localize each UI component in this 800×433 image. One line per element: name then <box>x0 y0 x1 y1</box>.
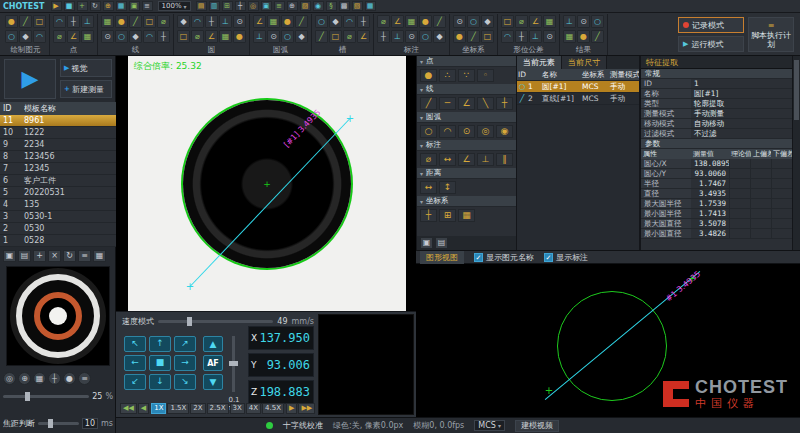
ribbon-tool-icon[interactable]: ○ <box>5 30 18 43</box>
template-list-item[interactable]: 4135 <box>0 199 116 211</box>
ribbon-tool-icon[interactable]: ○ <box>281 30 294 43</box>
ribbon-tool-icon[interactable]: ▦ <box>405 15 418 28</box>
palette-tool-icon[interactable]: ╱ <box>420 97 437 110</box>
ribbon-tool-icon[interactable]: □ <box>329 30 342 43</box>
ribbon-tool-icon[interactable]: ∠ <box>529 15 542 28</box>
tab-current-dimensions[interactable]: 当前尺寸 <box>562 56 607 69</box>
ribbon-tool-icon[interactable]: ╱ <box>295 15 308 28</box>
file-tool-icon[interactable]: × <box>48 250 61 262</box>
new-measure-button[interactable]: + 新建测量 <box>60 80 112 98</box>
jog-button[interactable]: ■ <box>149 355 171 371</box>
ribbon-tool-icon[interactable]: ● <box>453 30 466 43</box>
palette-tool-icon[interactable]: ▦ <box>458 209 475 222</box>
ribbon-tool-icon[interactable]: ◠ <box>53 15 66 28</box>
palette-section-header[interactable]: ▾圆弧 <box>417 112 516 123</box>
menubar-icon[interactable]: ↻ <box>90 1 101 11</box>
jog-button[interactable]: ← <box>124 355 146 371</box>
ribbon-tool-icon[interactable]: ⌀ <box>191 30 204 43</box>
ribbon-tool-icon[interactable]: ● <box>281 15 294 28</box>
property-row[interactable]: 过滤模式不过滤 <box>641 129 792 139</box>
record-mode-button[interactable]: 记录模式 <box>678 17 744 33</box>
menubar-icon[interactable]: ⊕ <box>287 1 298 11</box>
menubar-icon[interactable]: + <box>77 1 88 11</box>
menubar-icon[interactable]: ▥ <box>209 1 220 11</box>
ribbon-tool-icon[interactable]: ◆ <box>129 30 142 43</box>
ribbon-tool-icon[interactable]: ▦ <box>219 30 232 43</box>
ribbon-tool-icon[interactable]: ▦ <box>101 15 114 28</box>
attribute-row[interactable]: 圆心/Y93.0060 <box>641 169 792 179</box>
ribbon-tool-icon[interactable]: ∠ <box>253 15 266 28</box>
ribbon-tool-icon[interactable]: ◆ <box>481 15 494 28</box>
menubar-icon[interactable]: ≡ <box>142 1 153 11</box>
element-row[interactable]: ╱2直线[#1]MCS手动 <box>517 93 639 105</box>
general-section-header[interactable]: 常规 <box>641 69 792 79</box>
ribbon-tool-icon[interactable]: ┼ <box>157 30 170 43</box>
speed-button[interactable]: 2X <box>190 403 205 414</box>
ribbon-tool-icon[interactable]: ◠ <box>343 15 356 28</box>
ribbon-tool-icon[interactable]: ⌀ <box>515 15 528 28</box>
speed-button[interactable]: 2.5X <box>207 403 229 414</box>
ribbon-tool-icon[interactable]: ● <box>233 30 246 43</box>
ribbon-tool-icon[interactable]: ⌀ <box>157 15 170 28</box>
template-list-item[interactable]: 92234 <box>0 139 116 151</box>
camera-thumbnail[interactable] <box>6 266 110 366</box>
slider-thumb[interactable] <box>187 317 192 326</box>
ribbon-tool-icon[interactable]: ◠ <box>191 15 204 28</box>
ribbon-tool-icon[interactable]: ▦ <box>563 30 576 43</box>
menubar-icon[interactable]: ▶ <box>51 1 62 11</box>
zoom-control[interactable]: 100% ▾ <box>158 1 191 11</box>
ribbon-tool-icon[interactable]: ▦ <box>267 15 280 28</box>
modeling-video-button[interactable]: 建模视频 <box>515 420 559 432</box>
element-row[interactable]: ○1圆[#1]MCS手动 <box>517 81 639 93</box>
view-tool-icon[interactable]: ┼ <box>48 372 61 385</box>
speed-button[interactable]: 1X <box>151 403 166 414</box>
camera-viewport[interactable]: + + + [#1] 3.4935 综合倍率: 25.32 <box>116 56 416 311</box>
ribbon-tool-icon[interactable]: ○ <box>467 15 480 28</box>
ribbon-tool-icon[interactable]: ⊥ <box>219 15 232 28</box>
menubar-icon[interactable]: ▨ <box>300 1 311 11</box>
palette-tool-icon[interactable]: ↕ <box>439 181 456 194</box>
tab-current-elements[interactable]: 当前元素 <box>517 56 562 69</box>
ribbon-tool-icon[interactable]: ● <box>577 30 590 43</box>
view-tool-icon[interactable]: ● <box>63 372 76 385</box>
speed-button[interactable]: 3X <box>230 403 245 414</box>
speed-button[interactable]: ▶ <box>286 403 297 414</box>
light-slider[interactable] <box>3 395 89 398</box>
property-row[interactable]: 移动模式自动移动 <box>641 119 792 129</box>
ribbon-tool-icon[interactable]: ⊙ <box>267 30 280 43</box>
speed-button[interactable]: ◀◀ <box>120 403 137 414</box>
attribute-row[interactable]: 最大圆直径3.5078 <box>641 219 792 229</box>
ribbon-tool-icon[interactable]: □ <box>177 30 190 43</box>
ribbon-tool-icon[interactable]: ◆ <box>295 30 308 43</box>
ribbon-tool-icon[interactable]: ∠ <box>205 30 218 43</box>
palette-tool-icon[interactable]: ◠ <box>439 125 456 138</box>
ribbon-tool-icon[interactable]: ⊥ <box>563 15 576 28</box>
palette-tool-icon[interactable]: ∥ <box>496 153 513 166</box>
template-list-item[interactable]: 30530-1 <box>0 211 116 223</box>
ribbon-tool-icon[interactable]: ∠ <box>391 15 404 28</box>
palette-section-header[interactable]: ▾点 <box>417 56 516 67</box>
z-speed-slider[interactable] <box>232 336 235 392</box>
ribbon-tool-icon[interactable]: ╱ <box>129 15 142 28</box>
ribbon-tool-icon[interactable]: □ <box>33 15 46 28</box>
view-tool-icon[interactable]: ▦ <box>33 372 46 385</box>
template-list-item[interactable]: 8123456 <box>0 151 116 163</box>
template-list-item[interactable]: 520220531 <box>0 187 116 199</box>
ribbon-tool-icon[interactable]: ⌀ <box>343 30 356 43</box>
ribbon-tool-icon[interactable]: ⊙ <box>101 30 114 43</box>
palette-tool-icon[interactable]: ╲ <box>477 97 494 110</box>
tab-graphics-view[interactable]: 图形视图 <box>420 251 464 264</box>
ribbon-tool-icon[interactable]: ◆ <box>433 30 446 43</box>
palette-tool-icon[interactable]: ∵ <box>458 69 475 82</box>
template-list-item[interactable]: 20530 <box>0 223 116 235</box>
file-tool-icon[interactable]: ▣ <box>3 250 16 262</box>
params-section-header[interactable]: 参数 <box>641 139 792 149</box>
palette-tool-icon[interactable]: ◉ <box>496 125 513 138</box>
jog-button[interactable]: ↙ <box>124 374 146 390</box>
ribbon-tool-icon[interactable]: ⊥ <box>81 15 94 28</box>
ribbon-tool-icon[interactable]: ◠ <box>501 30 514 43</box>
ribbon-tool-icon[interactable]: ⊙ <box>543 30 556 43</box>
attribute-row[interactable]: 直径3.4935 <box>641 189 792 199</box>
ribbon-tool-icon[interactable]: ╱ <box>19 15 32 28</box>
ribbon-tool-icon[interactable]: ◆ <box>329 15 342 28</box>
